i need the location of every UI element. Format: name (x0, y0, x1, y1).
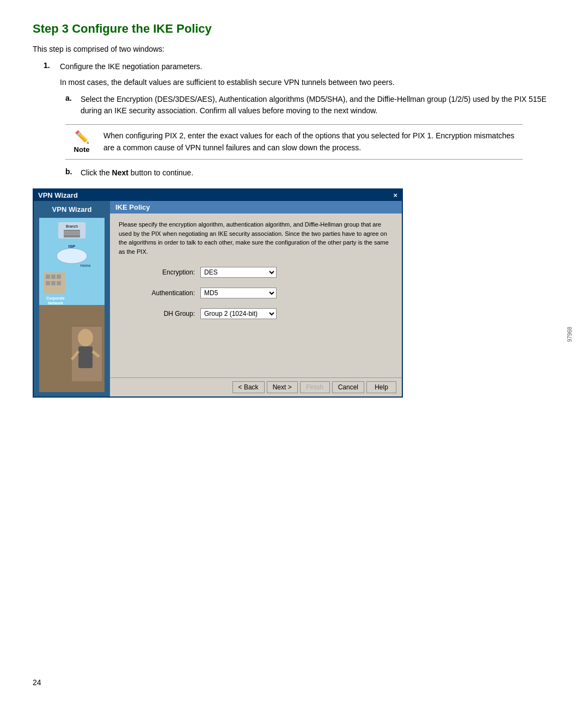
note-block: ✏️ Note When configuring PIX 2, enter th… (65, 124, 523, 160)
dialog-title: VPN Wizard (38, 191, 78, 199)
authentication-group: Authentication: MD5 SHA (140, 288, 393, 298)
dialog-footer: < Back Next > Finish Cancel Help (110, 377, 402, 396)
lettered-item-a: a. Select the Encryption (DES/3DES/AES),… (65, 94, 555, 117)
back-button[interactable]: < Back (232, 381, 265, 393)
note-icon-area: ✏️ Note (65, 130, 103, 154)
item1-number: 1. (44, 61, 60, 70)
svg-rect-12 (51, 274, 56, 279)
lettered-item-b: b. Click the Next button to continue. (65, 167, 555, 179)
panel-title: IKE Policy (110, 201, 402, 213)
page-content: Step 3 Configure the IKE Policy This ste… (33, 22, 555, 398)
encryption-select[interactable]: DES 3DES AES (200, 267, 277, 278)
finish-button[interactable]: Finish (300, 381, 330, 393)
encryption-label: Encryption: (140, 268, 200, 276)
svg-rect-4 (64, 230, 80, 237)
pencil-icon: ✏️ (75, 130, 89, 144)
dh-label: DH Group: (140, 310, 200, 318)
svg-text:Corporate: Corporate (46, 296, 65, 301)
authentication-label: Authentication: (140, 289, 200, 297)
item1-text: Configure the IKE negotiation parameters… (60, 62, 203, 71)
page-number: 24 (33, 678, 41, 687)
panel-body: Please specify the encryption algorithm,… (110, 213, 402, 377)
svg-text:Branch: Branch (66, 224, 78, 228)
svg-rect-16 (57, 281, 61, 285)
numbered-item-1: 1. Configure the IKE negotiation paramet… (33, 61, 555, 88)
svg-rect-15 (51, 281, 56, 285)
sidebar-vpn-wizard-label: VPN Wizard (52, 205, 92, 213)
cancel-button[interactable]: Cancel (332, 381, 364, 393)
dh-select[interactable]: Group 1 (768-bit) Group 2 (1024-bit) Gro… (200, 308, 277, 319)
dialog-body: VPN Wizard Branch (34, 201, 402, 396)
watermark: 97968 (567, 327, 573, 342)
item-b-text: Click the Next button to continue. (81, 167, 555, 179)
help-button[interactable]: Help (366, 381, 396, 393)
svg-rect-21 (78, 346, 93, 368)
dialog-main: IKE Policy Please specify the encryption… (110, 201, 402, 396)
vpn-wizard-dialog: VPN Wizard × VPN Wizard Branch (33, 188, 403, 398)
panel-description: Please specify the encryption algorithm,… (119, 220, 393, 256)
next-button[interactable]: Next > (267, 381, 298, 393)
dh-group-group: DH Group: Group 1 (768-bit) Group 2 (102… (140, 308, 393, 319)
svg-point-20 (78, 329, 93, 346)
authentication-select[interactable]: MD5 SHA (200, 288, 277, 298)
svg-rect-11 (46, 274, 50, 279)
svg-point-8 (57, 248, 87, 264)
item-a-letter: a. (65, 94, 81, 102)
svg-text:Home: Home (81, 264, 91, 267)
item1-subtext: In most cases, the default values are su… (60, 77, 395, 88)
item-b-letter: b. (65, 167, 81, 176)
close-icon[interactable]: × (393, 191, 397, 199)
dialog-titlebar: VPN Wizard × (34, 190, 402, 201)
dialog-sidebar: VPN Wizard Branch (34, 201, 110, 396)
intro-text: This step is comprised of two windows: (33, 45, 555, 53)
note-text: When configuring PIX 2, enter the exact … (103, 130, 523, 154)
encryption-group: Encryption: DES 3DES AES (140, 267, 393, 278)
item-a-text: Select the Encryption (DES/3DES/AES), Au… (81, 94, 555, 117)
note-label: Note (74, 145, 90, 154)
svg-text:Network: Network (48, 301, 63, 305)
svg-rect-14 (46, 281, 50, 285)
svg-rect-13 (57, 274, 61, 279)
sidebar-image: Branch ISP Home (39, 218, 105, 392)
step-title: Step 3 Configure the IKE Policy (33, 22, 555, 36)
